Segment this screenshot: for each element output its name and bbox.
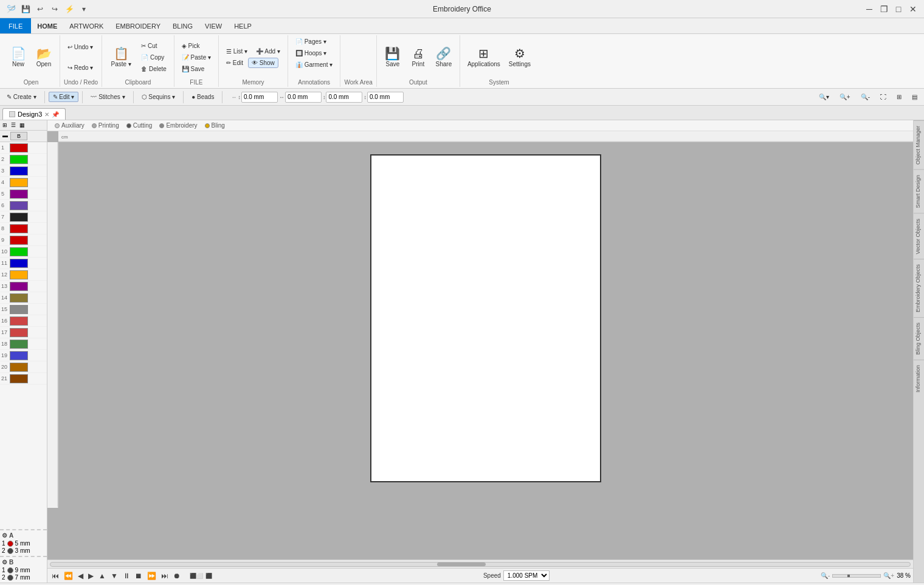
panel-grid-icon[interactable]: ⊞ — [1, 121, 9, 129]
skip-start-btn[interactable]: ⏮ — [50, 571, 61, 581]
x2-field[interactable] — [285, 92, 322, 103]
save-output-button[interactable]: 💾 Save — [381, 45, 405, 70]
bling-objects-tab[interactable]: Bling Objects — [914, 317, 924, 360]
zoom-slider[interactable] — [832, 574, 881, 578]
paste-format-button[interactable]: 📝 Paste ▾ — [178, 52, 215, 63]
zoom-region-btn[interactable]: 🔍▾ — [815, 92, 833, 102]
color-row-15[interactable]: 15 — [0, 304, 47, 315]
zoom-in-btn[interactable]: 🔍+ — [835, 92, 855, 102]
record-btn[interactable]: ⏺ — [171, 571, 182, 581]
maximize-button[interactable]: □ — [892, 3, 905, 15]
zoom-out-status-btn[interactable]: 🔍- — [821, 572, 830, 579]
color-row-21[interactable]: 21 — [0, 373, 47, 385]
edit-tool-button[interactable]: ✎ Edit ▾ — [49, 92, 79, 102]
pause-btn[interactable]: ⏸ — [121, 571, 132, 581]
lightning-quick-icon[interactable]: ⚡ — [63, 3, 75, 15]
x1-field[interactable] — [241, 92, 278, 103]
cut-button[interactable]: ✂ Cut — [137, 41, 170, 51]
tab-close-btn[interactable]: ✕ — [44, 111, 49, 118]
vector-objects-tab[interactable]: Vector Objects — [914, 213, 924, 259]
edit-button[interactable]: ✏ Edit — [222, 58, 247, 68]
list-button[interactable]: ☰ List ▾ — [222, 46, 251, 56]
menu-artwork[interactable]: ARTWORK — [63, 18, 109, 33]
add-button[interactable]: ➕ Add ▾ — [252, 46, 284, 56]
menu-home[interactable]: HOME — [31, 18, 63, 33]
panel-col-icon[interactable]: ▦ — [18, 121, 26, 129]
zoom-out-btn[interactable]: 🔍- — [857, 92, 874, 102]
redo-button[interactable]: ↪ Redo ▾ — [64, 63, 97, 73]
open-button[interactable]: 📂 Open — [32, 45, 56, 70]
stop-btn[interactable]: ⏹ — [133, 571, 144, 581]
color-row-18[interactable]: 18 — [0, 338, 47, 350]
printing-filter[interactable]: Printing — [89, 121, 122, 129]
color-row-7[interactable]: 7 — [0, 211, 47, 223]
color-row-19[interactable]: 19 — [0, 350, 47, 361]
menu-file[interactable]: FILE — [0, 18, 31, 33]
undo-quick-icon[interactable]: ↩ — [34, 3, 46, 15]
color-row-6[interactable]: 6 — [0, 200, 47, 211]
minimize-button[interactable]: ─ — [863, 3, 875, 15]
design3-tab[interactable]: Design3 ✕ 📌 — [2, 108, 66, 120]
menu-bling[interactable]: BLING — [167, 18, 199, 33]
color-row-3[interactable]: 3 — [0, 165, 47, 177]
color-row-20[interactable]: 20 — [0, 361, 47, 373]
save-quick-icon[interactable]: 💾 — [19, 3, 32, 15]
zoom-in-status-btn[interactable]: 🔍+ — [883, 572, 894, 579]
hoops-button[interactable]: 🔲 Hoops ▾ — [292, 48, 336, 58]
beads-tool-button[interactable]: ● Beads — [187, 92, 218, 102]
pages-button[interactable]: 📄 Pages ▾ — [292, 36, 336, 47]
create-tool-button[interactable]: ✎ Create ▾ — [2, 92, 41, 102]
cutting-filter[interactable]: Cutting — [124, 121, 155, 129]
paste-button[interactable]: 📋 Paste ▾ — [106, 45, 136, 70]
menu-view[interactable]: VIEW — [199, 18, 228, 33]
new-button[interactable]: 📄 New — [6, 45, 30, 70]
color-row-9[interactable]: 9 — [0, 234, 47, 246]
color-row-17[interactable]: 17 — [0, 327, 47, 338]
embroidery-filter[interactable]: Embroidery — [157, 121, 199, 129]
redo-quick-icon[interactable]: ↪ — [49, 3, 61, 15]
scroll-thumb[interactable] — [437, 563, 486, 566]
embroidery-objects-tab[interactable]: Embroidery Objects — [914, 259, 924, 317]
garment-button[interactable]: 👔 Garment ▾ — [292, 60, 336, 70]
settings-button[interactable]: ⚙ Settings — [505, 45, 534, 70]
sequins-tool-button[interactable]: ⬡ Sequins ▾ — [137, 92, 180, 102]
color-row-4[interactable]: 4 — [0, 177, 47, 188]
tab-pin-icon[interactable]: 📌 — [52, 111, 59, 118]
delete-button[interactable]: 🗑 Delete — [137, 64, 170, 74]
save-format-button[interactable]: 💾 Save — [178, 64, 215, 74]
canvas-area[interactable]: cm — [47, 131, 913, 559]
color-row-10[interactable]: 10 — [0, 246, 47, 258]
stitches-tool-button[interactable]: 〰 Stitches ▾ — [86, 92, 129, 102]
end-btn[interactable]: ⏭ — [159, 571, 170, 581]
step-down-btn[interactable]: ▼ — [109, 571, 120, 581]
pick-button[interactable]: ◈ Pick — [178, 41, 215, 51]
auxiliary-filter[interactable]: Auxiliary — [52, 121, 87, 129]
color-row-1[interactable]: 1 — [0, 142, 47, 154]
copy-button[interactable]: 📄 Copy — [137, 52, 170, 63]
share-button[interactable]: 🔗 Share — [432, 45, 456, 70]
applications-button[interactable]: ⊞ Applications — [464, 45, 504, 70]
undo-button[interactable]: ↩ Undo ▾ — [64, 42, 97, 52]
design-canvas[interactable] — [370, 154, 601, 482]
bling-filter[interactable]: Bling — [202, 121, 227, 129]
scroll-track[interactable] — [50, 562, 911, 567]
speed-select[interactable]: 1.000 SPM — [503, 570, 550, 581]
horizontal-scrollbar[interactable] — [47, 559, 913, 568]
step-up-btn[interactable]: ▲ — [97, 571, 108, 581]
forward-btn[interactable]: ⏩ — [145, 571, 158, 581]
zoom-fit-btn[interactable]: ⛶ — [876, 92, 891, 102]
smart-design-tab[interactable]: Smart Design — [914, 169, 924, 213]
menu-help[interactable]: HELP — [228, 18, 258, 33]
view-options-btn[interactable]: ▤ — [908, 92, 922, 102]
color-row-12[interactable]: 12 — [0, 269, 47, 281]
color-row-13[interactable]: 13 — [0, 281, 47, 292]
color-row-16[interactable]: 16 — [0, 315, 47, 327]
color-row-5[interactable]: 5 — [0, 188, 47, 200]
print-button[interactable]: 🖨 Print — [406, 45, 430, 70]
color-row-14[interactable]: 14 — [0, 292, 47, 304]
panel-list-icon[interactable]: ☰ — [10, 121, 17, 129]
panel-single-icon[interactable]: ▬ — [1, 132, 9, 140]
prev-btn[interactable]: ◀ — [76, 571, 85, 581]
step-back-btn[interactable]: ⏪ — [62, 571, 75, 581]
color-row-2[interactable]: 2 — [0, 154, 47, 165]
